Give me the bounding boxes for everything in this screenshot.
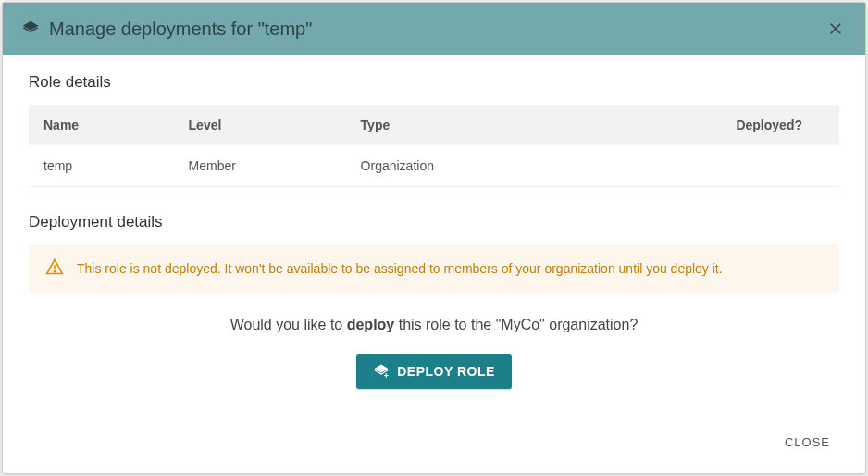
close-icon[interactable] xyxy=(825,18,847,40)
not-deployed-alert: This role is not deployed. It won't be a… xyxy=(29,244,839,293)
modal-title: Manage deployments for "temp" xyxy=(49,19,312,40)
layers-icon xyxy=(21,19,40,38)
col-level: Level xyxy=(174,105,346,145)
warning-icon xyxy=(45,257,64,280)
role-details-heading: Role details xyxy=(29,73,839,92)
col-name: Name xyxy=(29,105,174,145)
manage-deployments-modal: Manage deployments for "temp" Role detai… xyxy=(2,2,866,474)
deploy-prompt: Would you like to deploy this role to th… xyxy=(29,317,839,333)
col-type: Type xyxy=(346,105,577,145)
table-header-row: Name Level Type Deployed? xyxy=(29,105,839,145)
role-details-table: Name Level Type Deployed? temp Member Or… xyxy=(29,105,839,187)
table-row: temp Member Organization xyxy=(29,145,839,187)
deploy-icon xyxy=(373,363,390,380)
modal-header-left: Manage deployments for "temp" xyxy=(21,19,312,40)
col-deployed: Deployed? xyxy=(576,105,839,145)
cell-name: temp xyxy=(29,145,174,187)
deploy-button-row: DEPLOY ROLE xyxy=(29,354,839,389)
modal-footer: CLOSE xyxy=(3,420,865,473)
prompt-bold: deploy xyxy=(347,317,395,332)
cell-deployed xyxy=(576,145,839,187)
modal-header: Manage deployments for "temp" xyxy=(3,3,865,55)
cell-level: Member xyxy=(174,145,346,187)
modal-body: Role details Name Level Type Deployed? t… xyxy=(3,55,865,420)
deployment-details-heading: Deployment details xyxy=(29,213,839,232)
alert-text: This role is not deployed. It won't be a… xyxy=(77,261,723,276)
prompt-post: this role to the "MyCo" organization? xyxy=(394,317,638,332)
deploy-button-label: DEPLOY ROLE xyxy=(397,364,495,379)
cell-type: Organization xyxy=(346,145,577,187)
deploy-role-button[interactable]: DEPLOY ROLE xyxy=(356,354,512,389)
close-button[interactable]: CLOSE xyxy=(775,430,839,455)
svg-point-3 xyxy=(54,270,55,271)
prompt-pre: Would you like to xyxy=(230,317,347,332)
